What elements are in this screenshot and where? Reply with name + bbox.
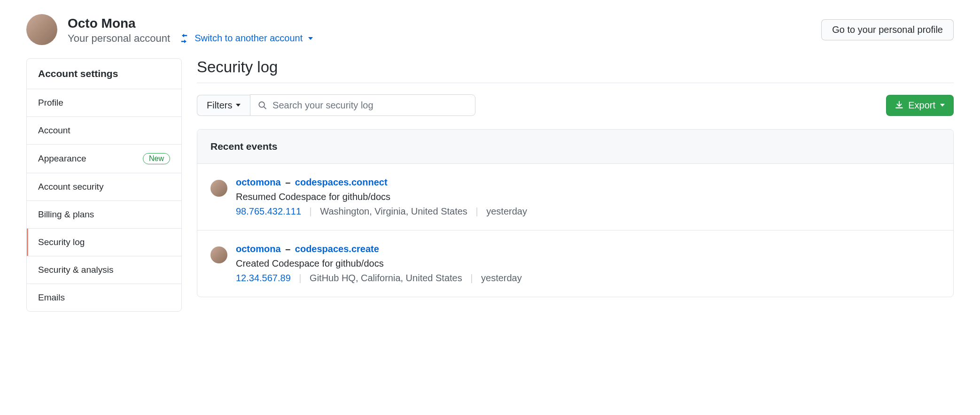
sidenav-label: Security log bbox=[38, 237, 85, 247]
sidenav-item-billing[interactable]: Billing & plans bbox=[27, 201, 181, 229]
event-time: yesterday bbox=[481, 273, 522, 283]
divider: | bbox=[310, 206, 312, 216]
switch-account-link[interactable]: Switch to another account bbox=[179, 33, 313, 44]
event-actor-link[interactable]: octomona bbox=[236, 177, 281, 187]
event-ip-link[interactable]: 98.765.432.111 bbox=[236, 206, 301, 216]
avatar[interactable] bbox=[26, 14, 57, 45]
event-separator: – bbox=[285, 244, 290, 254]
sidenav-label: Billing & plans bbox=[38, 209, 94, 220]
event-description: Created Codespace for github/docs bbox=[236, 256, 522, 271]
events-panel: Recent events octomona – codespaces.conn… bbox=[197, 129, 954, 297]
caret-down-icon bbox=[940, 104, 945, 107]
user-name: Octo Mona bbox=[68, 15, 313, 31]
caret-down-icon bbox=[308, 37, 313, 40]
caret-down-icon bbox=[236, 104, 241, 107]
page-header: Octo Mona Your personal account Switch t… bbox=[26, 0, 954, 58]
sidenav-item-appearance[interactable]: Appearance New bbox=[27, 145, 181, 173]
sidenav-label: Profile bbox=[38, 98, 63, 108]
filters-button[interactable]: Filters bbox=[197, 95, 250, 116]
sidenav-item-emails[interactable]: Emails bbox=[27, 284, 181, 311]
sidenav-label: Emails bbox=[38, 292, 65, 303]
event-action-link[interactable]: codespaces.create bbox=[295, 244, 379, 254]
go-to-profile-button[interactable]: Go to your personal profile bbox=[821, 19, 954, 40]
page-title: Security log bbox=[197, 58, 954, 83]
sidenav-item-account-security[interactable]: Account security bbox=[27, 173, 181, 201]
search-icon bbox=[258, 100, 267, 110]
account-subtitle: Your personal account bbox=[68, 32, 170, 45]
event-actor-link[interactable]: octomona bbox=[236, 244, 281, 254]
sidenav-label: Account bbox=[38, 125, 70, 136]
divider: | bbox=[299, 273, 301, 283]
svg-line-1 bbox=[264, 107, 266, 109]
event-action-link[interactable]: codespaces.connect bbox=[295, 177, 388, 187]
event-ip-link[interactable]: 12.34.567.89 bbox=[236, 273, 291, 283]
divider: | bbox=[475, 206, 478, 216]
switch-icon bbox=[179, 34, 189, 43]
export-button[interactable]: Export bbox=[886, 95, 954, 116]
search-input[interactable] bbox=[272, 100, 467, 111]
avatar[interactable] bbox=[210, 180, 227, 197]
svg-point-0 bbox=[259, 102, 265, 108]
switch-account-label: Switch to another account bbox=[194, 33, 303, 44]
event-time: yesterday bbox=[486, 206, 527, 216]
events-heading: Recent events bbox=[197, 130, 953, 164]
event-row: octomona – codespaces.connect Resumed Co… bbox=[197, 164, 953, 231]
event-location: Washington, Virginia, United States bbox=[320, 206, 467, 216]
sidenav-item-security-log[interactable]: Security log bbox=[27, 229, 181, 256]
download-icon bbox=[895, 101, 903, 109]
sidenav-label: Security & analysis bbox=[38, 265, 114, 275]
sidenav-label: Account security bbox=[38, 182, 103, 192]
sidenav-label: Appearance bbox=[38, 154, 86, 164]
account-settings-nav: Account settings Profile Account Appeara… bbox=[26, 58, 182, 312]
filters-label: Filters bbox=[207, 100, 232, 111]
sidenav-heading: Account settings bbox=[27, 59, 181, 89]
sidenav-item-profile[interactable]: Profile bbox=[27, 89, 181, 117]
avatar[interactable] bbox=[210, 246, 227, 263]
event-location: GitHub HQ, California, United States bbox=[310, 273, 462, 283]
divider: | bbox=[470, 273, 473, 283]
event-row: octomona – codespaces.create Created Cod… bbox=[197, 231, 953, 297]
event-separator: – bbox=[285, 177, 290, 187]
search-field-wrap[interactable] bbox=[250, 94, 475, 116]
export-label: Export bbox=[908, 100, 935, 111]
event-description: Resumed Codespace for github/docs bbox=[236, 190, 527, 204]
sidenav-item-account[interactable]: Account bbox=[27, 117, 181, 145]
new-badge: New bbox=[143, 153, 170, 164]
sidenav-item-security-analysis[interactable]: Security & analysis bbox=[27, 256, 181, 284]
